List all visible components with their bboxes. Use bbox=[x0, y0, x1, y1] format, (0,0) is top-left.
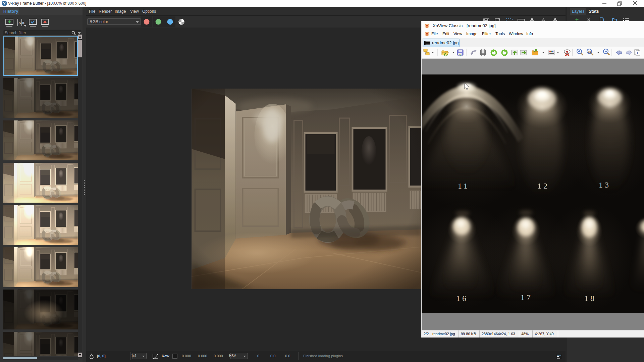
svg-text:?: ? bbox=[459, 53, 462, 57]
svg-text:13: 13 bbox=[599, 180, 611, 189]
svg-text:18: 18 bbox=[584, 294, 596, 303]
svg-text:11: 11 bbox=[458, 182, 470, 190]
svg-text:A: A bbox=[19, 21, 21, 24]
svg-text:1:1: 1:1 bbox=[588, 51, 591, 53]
svg-text:17: 17 bbox=[521, 293, 533, 302]
svg-text:16: 16 bbox=[456, 294, 468, 303]
svg-text:12: 12 bbox=[537, 182, 549, 190]
svg-text:B: B bbox=[22, 21, 25, 24]
